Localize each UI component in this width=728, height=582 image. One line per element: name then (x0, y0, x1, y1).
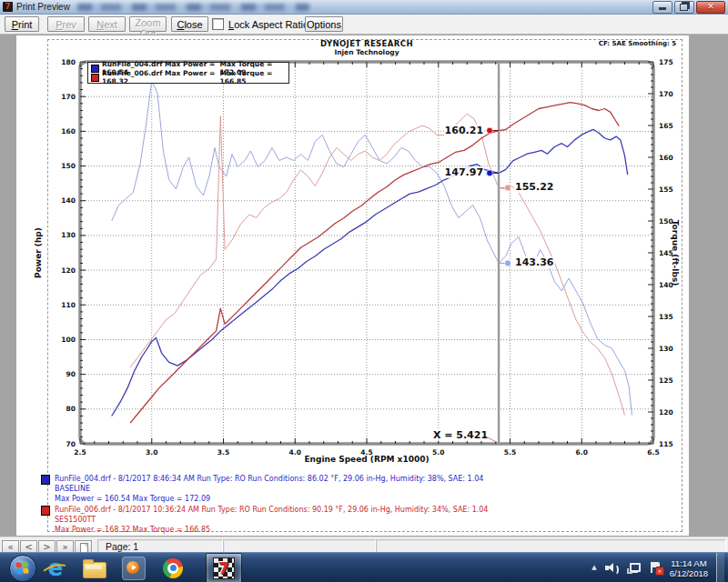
svg-text:115: 115 (659, 440, 673, 448)
svg-text:150: 150 (61, 162, 76, 170)
action-center-icon[interactable]: ✕ (649, 562, 662, 574)
window-title: Print Preview (16, 2, 70, 12)
torque-axis-title: Torque (ft-lbs) (671, 220, 680, 286)
svg-text:80: 80 (66, 405, 76, 413)
title-bar[interactable]: 7 Print Preview ✕ (0, 0, 728, 15)
run-info-runfile-006: RunFile_006.drf - 8/1/2017 10:36:24 AM R… (41, 505, 678, 535)
svg-text:180: 180 (61, 58, 76, 66)
zoom-out-button[interactable]: Zoom Out (129, 16, 167, 32)
clock-date: 6/12/2018 (670, 568, 708, 578)
callout-blue-torque: 143.36 (514, 256, 554, 268)
taskbar-clock[interactable]: 11:14 AM 6/12/2018 (670, 558, 708, 578)
run-006-max: Max Power = 168.32 Max Torque = 166.85 (55, 525, 678, 535)
legend-swatch-red (91, 74, 99, 82)
svg-text:120: 120 (659, 408, 673, 416)
options-button[interactable]: Options (305, 16, 343, 32)
print-button[interactable]: Print (5, 16, 39, 32)
cursor-x-label: X = 5.421 (433, 429, 488, 441)
file-explorer-icon[interactable] (83, 557, 106, 580)
chrome-icon[interactable] (161, 557, 185, 580)
run-006-label: SES1500TT (55, 515, 678, 525)
restore-button[interactable] (674, 1, 694, 14)
network-icon[interactable] (627, 563, 641, 574)
callout-red-power: 160.21 (444, 125, 484, 136)
close-icon: ✕ (707, 3, 714, 11)
run-004-max: Max Power = 160.54 Max Torque = 172.09 (55, 494, 678, 504)
callout-red-torque: 155.22 (514, 181, 554, 193)
page-icon (80, 543, 88, 553)
run-swatch-blue (41, 475, 50, 485)
svg-text:165: 165 (659, 122, 673, 130)
windows-taskbar: e 7 ▲ ✕ 11:14 AM 6/12/2018 (0, 552, 728, 582)
toolbar: Print Prev Next Zoom Out Close Lock Aspe… (0, 15, 728, 35)
svg-text:170: 170 (61, 93, 76, 101)
svg-text:130: 130 (61, 231, 76, 239)
callout-blue-power: 147.97 (444, 166, 484, 178)
svg-text:120: 120 (61, 266, 76, 275)
svg-text:135: 135 (659, 313, 673, 321)
restore-icon (680, 4, 688, 11)
svg-text:130: 130 (659, 345, 673, 353)
close-window-button[interactable]: ✕ (696, 1, 725, 14)
legend-swatch-blue (91, 65, 99, 73)
run-info-runfile-004: RunFile_004.drf - 8/1/2017 8:46:34 AM Ru… (41, 474, 678, 504)
internet-explorer-icon[interactable]: e (44, 557, 67, 580)
svg-text:70: 70 (66, 440, 76, 448)
app-icon: 7 (3, 2, 13, 12)
correction-smoothing-note: CF: SAE Smoothing: 5 (599, 40, 676, 47)
svg-text:90: 90 (66, 370, 76, 378)
winpep-7-icon: 7 (213, 557, 235, 579)
power-axis-title: Power (hp) (34, 227, 43, 278)
legend-row-runfile-006: RunFile_006.drf Max Power = 168.32 Max T… (91, 73, 286, 82)
clock-time: 11:14 AM (670, 558, 708, 568)
tray-expand-icon[interactable]: ▲ (592, 565, 596, 571)
next-button[interactable]: Next (88, 16, 126, 32)
svg-text:125: 125 (659, 376, 673, 385)
run-006-conditions: RunFile_006.drf - 8/1/2017 10:36:24 AM R… (55, 505, 678, 515)
minimize-button[interactable] (652, 1, 672, 14)
preview-page: 2.53.03.54.04.55.05.56.06.57080901001101… (16, 35, 689, 536)
windows-logo-icon (15, 561, 28, 574)
media-player-icon[interactable] (122, 557, 146, 580)
svg-text:140: 140 (61, 196, 76, 205)
run-swatch-red (41, 506, 50, 516)
print-preview-canvas: 2.53.03.54.04.55.05.56.06.57080901001101… (0, 35, 728, 537)
svg-text:160: 160 (61, 127, 76, 135)
svg-text:160: 160 (659, 154, 673, 162)
chart-subtitle: Injen Technology (16, 48, 717, 56)
print-preview-window: 7 Print Preview ✕ Print Prev Next Zoom O… (0, 0, 728, 552)
svg-text:155: 155 (659, 186, 673, 194)
winpep-7-taskbar-button[interactable]: 7 (206, 553, 242, 582)
chart-legend: RunFile_004.drf Max Power = 160.54 Max T… (87, 62, 289, 84)
svg-text:175: 175 (659, 58, 673, 66)
close-button[interactable]: Close (171, 16, 208, 32)
x-axis-title: Engine Speed (RPM x1000) (16, 455, 717, 464)
minimize-icon (659, 7, 666, 10)
volume-icon[interactable] (605, 562, 619, 574)
svg-text:100: 100 (61, 336, 76, 344)
show-desktop-button[interactable] (716, 553, 724, 582)
svg-text:110: 110 (61, 301, 76, 309)
start-button[interactable] (9, 555, 36, 582)
run-004-label: BASELINE (55, 484, 678, 494)
prev-button[interactable]: Prev (47, 16, 85, 32)
lock-aspect-ratio-checkbox[interactable] (212, 18, 224, 30)
title-redacted-text (77, 4, 309, 11)
run-004-conditions: RunFile_004.drf - 8/1/2017 8:46:34 AM Ru… (55, 474, 678, 484)
svg-text:170: 170 (659, 90, 673, 98)
lock-aspect-ratio-label: Lock Aspect Ratio (228, 19, 308, 30)
